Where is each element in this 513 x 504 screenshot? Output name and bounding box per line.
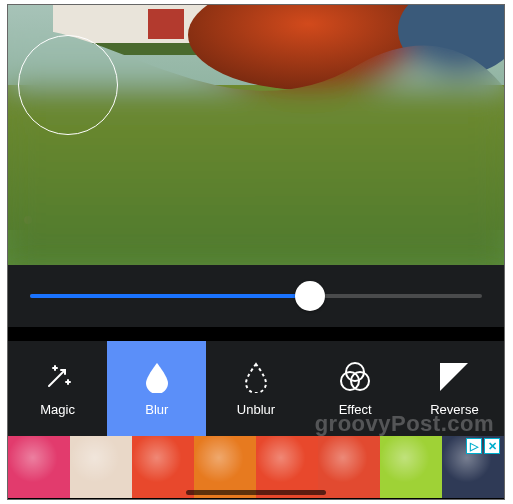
ad-close-icon[interactable]: ✕ xyxy=(484,438,500,454)
tool-unblur[interactable]: Unblur xyxy=(206,341,305,436)
overlapping-circles-icon xyxy=(338,360,372,394)
brush-size-indicator xyxy=(18,35,118,135)
brush-size-slider[interactable] xyxy=(30,286,482,306)
adchoices-icon[interactable]: ▷ xyxy=(466,438,482,454)
water-drop-icon xyxy=(140,360,174,394)
tool-effect[interactable]: Effect xyxy=(306,341,405,436)
ad-thumbnail[interactable] xyxy=(380,436,442,498)
svg-line-18 xyxy=(49,370,65,386)
home-indicator xyxy=(186,490,326,495)
tool-label: Unblur xyxy=(237,402,275,417)
ad-thumbnail[interactable] xyxy=(8,436,70,498)
tool-reverse[interactable]: Reverse xyxy=(405,341,504,436)
water-drop-outline-icon xyxy=(239,360,273,394)
tool-label: Magic xyxy=(40,402,75,417)
tool-blur[interactable]: Blur xyxy=(107,341,206,436)
ad-thumbnail[interactable] xyxy=(70,436,132,498)
svg-rect-4 xyxy=(148,9,184,39)
tool-label: Blur xyxy=(145,402,168,417)
ad-banner[interactable]: ▷ ✕ xyxy=(8,436,504,498)
app-frame: Magic Blur Unblur Effec xyxy=(7,4,505,500)
tool-magic[interactable]: Magic xyxy=(8,341,107,436)
slider-track-fill xyxy=(30,294,310,298)
ad-thumbnail[interactable] xyxy=(256,436,318,498)
slider-row xyxy=(8,265,504,327)
ad-thumbnail[interactable] xyxy=(318,436,380,498)
ad-controls: ▷ ✕ xyxy=(466,438,500,454)
invert-triangle-icon xyxy=(437,360,471,394)
ad-thumbnail[interactable] xyxy=(194,436,256,498)
photo-canvas[interactable] xyxy=(8,5,504,265)
tool-label: Reverse xyxy=(430,402,478,417)
tool-label: Effect xyxy=(339,402,372,417)
tool-bar: Magic Blur Unblur Effec xyxy=(8,341,504,436)
magic-wand-icon xyxy=(41,360,75,394)
ad-thumbnail[interactable] xyxy=(132,436,194,498)
slider-thumb[interactable] xyxy=(295,281,325,311)
